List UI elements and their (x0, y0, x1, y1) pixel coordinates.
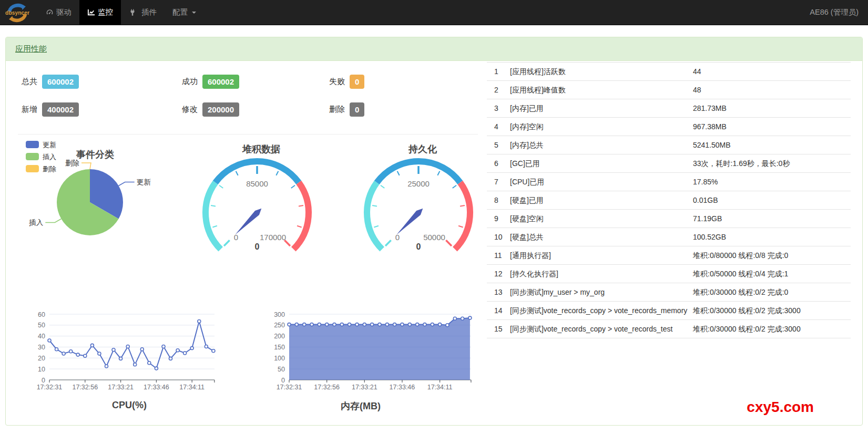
metric-name: [CPU]已用 (510, 173, 693, 191)
data-point (119, 357, 122, 360)
x-axis-label: 17:33:21 (108, 384, 134, 391)
metric-name: [内存]已用 (510, 99, 693, 117)
gauge-tick (291, 185, 295, 188)
y-axis-label: 20 (38, 355, 45, 362)
y-axis-label: 100 (274, 355, 285, 362)
table-row: 1[应用线程]活跃数44 (487, 63, 851, 81)
data-point (190, 347, 193, 350)
dashboard-icon (46, 8, 54, 16)
nav-item-plugin[interactable]: 插件 (121, 0, 165, 25)
stat-label: 删除 (329, 105, 345, 115)
gauge-arc (367, 182, 382, 249)
data-point (348, 323, 351, 326)
gauge-needle (235, 209, 261, 235)
row-index: 6 (487, 154, 510, 172)
metric-name: [GC]已用 (510, 154, 693, 172)
y-axis-label: 50 (38, 322, 45, 329)
table-row: 10[硬盘]总共100.52GB (487, 228, 851, 246)
data-point (453, 317, 456, 320)
legend-item[interactable]: 更新 (26, 141, 56, 149)
metric-value: 71.19GB (693, 210, 851, 228)
memory-chart-title: 内存(MB) (242, 400, 479, 412)
data-point (76, 353, 79, 356)
data-point (378, 323, 381, 326)
plug-icon (129, 8, 136, 16)
metric-name: [持久化执行器] (510, 265, 693, 283)
y-axis-label: 0 (42, 377, 45, 384)
pie-title: 事件分类 (76, 149, 114, 160)
stat-update: 修改200000 (182, 101, 239, 117)
metric-name: [同步测试]my_user > my_org (510, 283, 693, 301)
data-point (140, 348, 144, 351)
stack-gauge-chart: 堆积数据0850001700000 (174, 136, 337, 252)
table-row: 13[同步测试]my_user > my_org堆积:0/30000 线程:0/… (487, 283, 851, 302)
gauge-tick (460, 205, 465, 206)
watermark-text: cxy5.com (747, 399, 814, 416)
table-row: 9[硬盘]空闲71.19GB (487, 210, 851, 228)
y-axis-label: 200 (274, 333, 285, 340)
gauge-tick (397, 171, 400, 175)
row-index: 8 (487, 191, 510, 209)
row-index: 3 (487, 99, 510, 117)
y-axis-label: 0 (281, 377, 285, 384)
nav-item-label: 配置 (172, 7, 188, 17)
metric-value: 44 (693, 63, 851, 80)
nav-item-monitor[interactable]: 监控 (79, 0, 121, 25)
data-point (62, 352, 65, 355)
events-pie-chart: 事件分类更新插入删除更新插入删除 (14, 138, 171, 250)
metric-name: [硬盘]总共 (510, 228, 693, 246)
table-row: 11[通用执行器]堆积:0/80000 线程:0/8 完成:0 (487, 246, 851, 265)
metric-value: 33次，耗时:1.69秒，最长:0秒 (693, 154, 851, 172)
x-axis-label: 17:33:46 (144, 384, 169, 391)
stat-label: 修改 (182, 105, 198, 115)
data-point (126, 345, 129, 348)
top-navbar: dbsyncer 驱动 监控 (0, 0, 868, 25)
stat-fail: 失败0 (329, 74, 364, 89)
gauge-min-label: 0 (234, 233, 238, 242)
gauge-tick (236, 171, 238, 175)
brand-logo[interactable]: dbsyncer (0, 0, 34, 25)
y-axis-label: 60 (38, 311, 45, 318)
gauge-mid-label: 25000 (407, 179, 430, 188)
x-axis-label: 17:33:21 (352, 384, 377, 391)
gauge-tick (276, 171, 278, 175)
nav-item-label: 驱动 (56, 7, 72, 17)
pie-slice-label: 插入 (28, 219, 44, 226)
data-point (288, 323, 291, 326)
data-point (401, 323, 404, 326)
app-performance-link[interactable]: 应用性能 (15, 44, 47, 54)
y-axis-label: 30 (38, 344, 45, 351)
row-index: 11 (487, 246, 510, 264)
gauge-tick (211, 205, 216, 206)
page: dbsyncer 驱动 监控 (0, 0, 868, 434)
nav-item-driver[interactable]: 驱动 (38, 0, 79, 25)
monitor-chart-icon (87, 8, 95, 16)
legend-item[interactable]: 删除 (26, 165, 56, 173)
brand-text: dbsyncer (5, 10, 29, 16)
data-point (198, 320, 201, 323)
metric-value: 967.38MB (693, 118, 851, 136)
data-point (385, 323, 389, 326)
gauge-detail-value: 0 (255, 242, 260, 251)
y-axis-label: 150 (274, 344, 285, 351)
data-point (155, 367, 158, 370)
stat-label: 成功 (182, 77, 198, 87)
nav-item-label: 监控 (98, 7, 113, 17)
nav-item-config[interactable]: 配置 (165, 0, 204, 25)
metric-value: 100.52GB (693, 228, 851, 246)
gauge-tick (297, 226, 302, 228)
data-point (112, 348, 115, 352)
data-point (310, 323, 313, 326)
data-point (205, 345, 208, 348)
data-point (393, 323, 396, 326)
row-index: 15 (487, 320, 510, 338)
row-index: 1 (487, 63, 510, 80)
caret-down-icon (192, 12, 196, 14)
x-axis-label: 17:33:46 (390, 384, 415, 391)
legend-item[interactable]: 插入 (26, 153, 56, 161)
data-point (55, 348, 58, 351)
pie-label-line (45, 219, 61, 223)
x-axis-label: 17:32:31 (277, 384, 302, 391)
metric-name: [硬盘]已用 (510, 191, 693, 209)
data-point (325, 323, 329, 326)
